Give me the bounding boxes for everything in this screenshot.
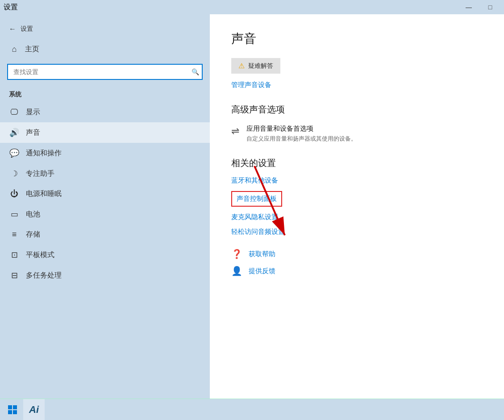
taskbar: Ai <box>0 399 504 420</box>
sidebar-item-battery[interactable]: ▭ 电池 <box>0 204 210 225</box>
svg-rect-2 <box>8 405 12 409</box>
sidebar: ← 设置 ⌂ 主页 🔍 系统 🖵 显示 🔊 声音 💬 通知和操作 ☽ 专注助手 <box>0 14 210 399</box>
feedback-icon: 👤 <box>231 266 242 276</box>
sidebar-item-tablet[interactable]: ⊡ 平板模式 <box>0 245 210 265</box>
equalizer-icon: ⇌ <box>231 125 239 137</box>
sidebar-item-power-label: 电源和睡眠 <box>26 189 62 199</box>
sound-panel-link[interactable]: 声音控制面板 <box>231 191 282 207</box>
tablet-icon: ⊡ <box>9 250 20 260</box>
sidebar-item-tablet-label: 平板模式 <box>26 250 54 260</box>
home-icon: ⌂ <box>9 45 20 54</box>
sidebar-item-battery-label: 电池 <box>26 210 40 219</box>
help-section: ❓ 获取帮助 👤 提供反馈 <box>231 249 483 276</box>
sidebar-item-notification[interactable]: 💬 通知和操作 <box>0 143 210 163</box>
multitask-icon: ⊟ <box>9 270 20 280</box>
advanced-option: ⇌ 应用音量和设备首选项 自定义应用音量和扬声器或其使用的设备。 <box>231 125 483 143</box>
sidebar-item-display-label: 显示 <box>26 108 40 117</box>
sidebar-item-multitask-label: 多任务处理 <box>26 271 62 280</box>
sidebar-item-power[interactable]: ⏻ 电源和睡眠 <box>0 184 210 204</box>
back-arrow-icon: ← <box>9 25 16 33</box>
easy-access-link[interactable]: 轻松访问音频设置 <box>231 228 483 236</box>
page-title: 声音 <box>231 30 483 47</box>
sidebar-item-focus-label: 专注助手 <box>26 169 54 179</box>
warning-icon: ⚠ <box>238 62 245 70</box>
sidebar-back-label: 设置 <box>21 25 33 33</box>
back-button[interactable]: ← 设置 <box>0 21 210 40</box>
storage-icon: ≡ <box>9 230 20 239</box>
svg-rect-4 <box>8 410 12 414</box>
display-icon: 🖵 <box>9 108 20 117</box>
sidebar-item-storage[interactable]: ≡ 存储 <box>0 225 210 245</box>
search-box: 🔍 <box>7 64 203 80</box>
taskbar-app-button[interactable]: Ai <box>23 399 45 420</box>
bluetooth-link[interactable]: 蓝牙和其他设备 <box>231 176 483 185</box>
maximize-button[interactable]: □ <box>480 0 500 14</box>
sidebar-item-sound[interactable]: 🔊 声音 <box>0 122 210 143</box>
advanced-section-title: 高级声音选项 <box>231 104 483 116</box>
titlebar: 设置 — □ <box>0 0 504 14</box>
sound-icon: 🔊 <box>9 128 20 137</box>
minimize-button[interactable]: — <box>458 0 479 14</box>
titlebar-title: 设置 <box>4 3 18 12</box>
sidebar-item-storage-label: 存储 <box>26 230 40 239</box>
troubleshoot-button[interactable]: ⚠ 疑难解答 <box>231 58 280 74</box>
related-section-title: 相关的设置 <box>231 157 483 169</box>
get-help-link[interactable]: 获取帮助 <box>249 250 275 258</box>
advanced-option-text: 应用音量和设备首选项 自定义应用音量和扬声器或其使用的设备。 <box>246 125 357 143</box>
titlebar-left: 设置 <box>4 3 18 12</box>
sidebar-item-notification-label: 通知和操作 <box>26 149 62 158</box>
search-button[interactable]: 🔍 <box>192 68 199 75</box>
feedback-link[interactable]: 提供反馈 <box>249 267 275 275</box>
titlebar-controls: — □ <box>458 0 500 14</box>
taskbar-app-label: Ai <box>29 404 39 416</box>
focus-icon: ☽ <box>9 169 20 179</box>
sidebar-item-sound-label: 声音 <box>26 128 40 137</box>
start-button[interactable] <box>2 399 23 420</box>
advanced-option-title: 应用音量和设备首选项 <box>246 125 357 133</box>
sidebar-item-multitask[interactable]: ⊟ 多任务处理 <box>0 265 210 286</box>
troubleshoot-label: 疑难解答 <box>248 62 273 70</box>
content-area: 声音 ⚠ 疑难解答 管理声音设备 高级声音选项 ⇌ 应用音量和设备首选项 自定义… <box>210 14 504 299</box>
notification-icon: 💬 <box>9 148 20 158</box>
power-icon: ⏻ <box>9 189 20 199</box>
app-container: ← 设置 ⌂ 主页 🔍 系统 🖵 显示 🔊 声音 💬 通知和操作 ☽ 专注助手 <box>0 14 504 399</box>
mic-privacy-link[interactable]: 麦克风隐私设置 <box>231 213 483 221</box>
svg-rect-5 <box>13 410 17 414</box>
sidebar-item-focus[interactable]: ☽ 专注助手 <box>0 163 210 184</box>
battery-icon: ▭ <box>9 209 20 219</box>
content-wrapper: 声音 ⚠ 疑难解答 管理声音设备 高级声音选项 ⇌ 应用音量和设备首选项 自定义… <box>210 14 504 399</box>
advanced-option-desc: 自定义应用音量和扬声器或其使用的设备。 <box>246 135 357 143</box>
windows-icon <box>8 405 17 414</box>
feedback-item: 👤 提供反馈 <box>231 266 483 276</box>
svg-rect-3 <box>13 405 17 409</box>
sidebar-item-display[interactable]: 🖵 显示 <box>0 102 210 122</box>
sidebar-home-label: 主页 <box>25 45 39 54</box>
sidebar-home-item[interactable]: ⌂ 主页 <box>0 40 210 58</box>
get-help-icon: ❓ <box>231 249 242 259</box>
manage-devices-link[interactable]: 管理声音设备 <box>231 81 483 89</box>
search-input[interactable] <box>7 64 203 80</box>
get-help-item: ❓ 获取帮助 <box>231 249 483 259</box>
section-label: 系统 <box>0 89 210 102</box>
